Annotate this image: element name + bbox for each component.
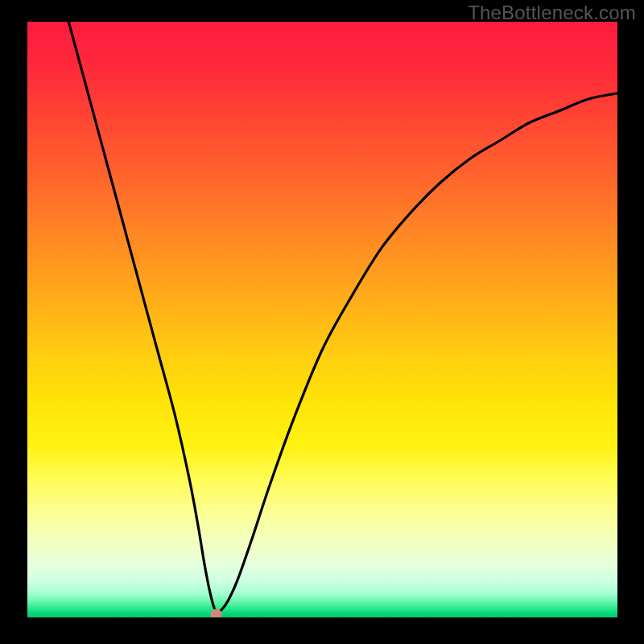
chart-svg	[27, 22, 617, 617]
watermark-text: TheBottleneck.com	[468, 2, 636, 24]
bottleneck-curve	[68, 22, 617, 612]
chart-plot-area	[27, 22, 617, 617]
